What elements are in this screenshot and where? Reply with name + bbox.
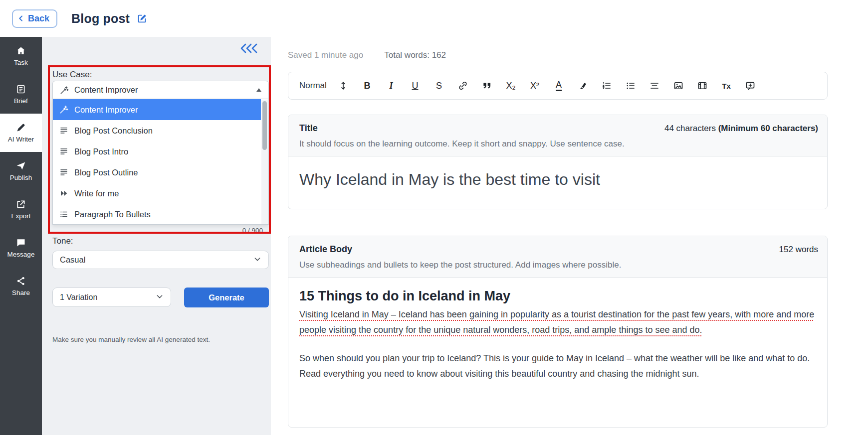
align-icon[interactable] xyxy=(643,76,666,96)
triple-chevron-left-icon xyxy=(239,43,259,54)
title-card-label: Title xyxy=(299,123,318,134)
magic-wand-icon xyxy=(60,86,69,95)
export-icon xyxy=(16,199,26,209)
article-word-count: 152 words xyxy=(779,245,818,255)
dropdown-scrollbar[interactable] xyxy=(261,100,268,224)
strikethrough-icon[interactable]: S xyxy=(427,76,451,96)
variations-select[interactable]: 1 Variation xyxy=(52,288,171,307)
editor-area: Saved 1 minute ago Total words: 162 Norm… xyxy=(271,37,868,435)
insert-video-icon[interactable] xyxy=(690,76,714,96)
sidebar-item-share[interactable]: Share xyxy=(0,267,42,305)
highlight-icon[interactable] xyxy=(571,76,595,96)
use-case-option[interactable]: Write for me xyxy=(53,183,261,204)
app-sidebar: Task Brief AI Writer Publish Export Mess… xyxy=(0,37,42,435)
brief-icon xyxy=(16,84,26,94)
sidebar-item-label: Publish xyxy=(10,174,32,181)
option-label: Paragraph To Bullets xyxy=(74,210,151,219)
sidebar-item-label: Export xyxy=(11,212,30,220)
sidebar-item-publish[interactable]: Publish xyxy=(0,152,42,190)
chevron-down-icon xyxy=(253,255,261,265)
tone-selected-value: Casual xyxy=(60,255,248,265)
line-height-icon[interactable] xyxy=(331,76,355,96)
add-comment-icon[interactable] xyxy=(738,76,762,96)
text-color-button[interactable]: A xyxy=(547,80,571,91)
publish-icon xyxy=(16,161,26,171)
option-label: Content Improver xyxy=(74,105,138,115)
paragraph-icon xyxy=(59,147,68,156)
subscript-icon[interactable]: X₂ xyxy=(499,76,523,96)
underline-icon[interactable]: U xyxy=(403,76,427,96)
article-body-card-header: Article Body 152 words Use subheadings a… xyxy=(288,236,827,278)
sidebar-item-label: AI Writer xyxy=(8,136,34,143)
sidebar-item-brief[interactable]: Brief xyxy=(0,75,42,114)
total-words: Total words: 162 xyxy=(384,50,446,60)
sidebar-item-label: Share xyxy=(12,289,30,296)
blockquote-icon[interactable] xyxy=(475,76,499,96)
char-counter: 0 / 900 xyxy=(242,227,263,234)
article-body-label: Article Body xyxy=(299,244,352,255)
bullet-list-icon xyxy=(59,210,68,219)
title-char-info: 44 characters (Minimum 60 characters) xyxy=(664,124,818,134)
chevron-up-icon xyxy=(256,88,261,92)
link-icon[interactable] xyxy=(451,76,475,96)
sidebar-item-label: Brief xyxy=(14,97,28,105)
ai-disclaimer-text: Make sure you manually review all AI gen… xyxy=(52,336,210,343)
back-button[interactable]: Back xyxy=(12,9,57,28)
top-header: Back Blog post xyxy=(0,0,868,37)
superscript-icon[interactable]: X² xyxy=(523,76,547,96)
article-paragraph-1: Visiting Iceland in May – Iceland has be… xyxy=(299,307,816,338)
page-title: Blog post xyxy=(71,11,130,26)
format-style-select[interactable]: Normal xyxy=(299,76,331,96)
option-label: Write for me xyxy=(74,189,119,198)
paragraph-icon xyxy=(59,168,68,177)
edit-title-icon[interactable] xyxy=(137,13,148,24)
article-body-card: Article Body 152 words Use subheadings a… xyxy=(288,236,828,428)
sidebar-item-export[interactable]: Export xyxy=(0,190,42,229)
article-heading: 15 Things to do in Iceland in May xyxy=(299,289,816,304)
ordered-list-icon[interactable] xyxy=(595,76,619,96)
task-icon xyxy=(16,46,26,56)
scrollbar-thumb[interactable] xyxy=(262,101,267,150)
chevron-left-icon xyxy=(17,14,25,22)
italic-icon[interactable]: I xyxy=(379,76,403,96)
sidebar-item-label: Message xyxy=(7,251,35,258)
title-card-header: Title 44 characters (Minimum 60 characte… xyxy=(288,115,827,156)
formatting-toolbar: Normal B I U S X₂ X² A Tx xyxy=(288,72,828,100)
unordered-list-icon[interactable] xyxy=(619,76,643,96)
magic-wand-icon xyxy=(59,105,68,114)
use-case-option[interactable]: Blog Post Outline xyxy=(53,162,261,183)
article-paragraph-2: So when should you plan your trip to Ice… xyxy=(299,351,816,382)
title-char-count: 44 characters xyxy=(664,124,718,133)
fast-forward-icon xyxy=(59,189,68,198)
saved-status: Saved 1 minute ago xyxy=(288,50,363,60)
tone-select[interactable]: Casual xyxy=(52,251,269,269)
sidebar-item-ai-writer[interactable]: AI Writer xyxy=(0,114,42,152)
use-case-option[interactable]: Content Improver xyxy=(53,99,261,120)
message-icon xyxy=(16,238,26,248)
use-case-label: Use Case: xyxy=(52,70,92,80)
ai-writer-icon xyxy=(16,123,26,133)
paragraph-icon xyxy=(59,126,68,135)
insert-image-icon[interactable] xyxy=(666,76,690,96)
option-label: Blog Post Intro xyxy=(74,147,128,156)
use-case-dropdown-list: Content Improver Blog Post Conclusion Bl… xyxy=(52,99,269,225)
clear-formatting-icon[interactable]: Tx xyxy=(714,76,738,96)
use-case-option[interactable]: Blog Post Conclusion xyxy=(53,120,261,141)
title-card: Title 44 characters (Minimum 60 characte… xyxy=(288,115,828,209)
back-label: Back xyxy=(28,13,49,24)
article-body-description: Use subheadings and bullets to keep the … xyxy=(299,260,818,270)
title-char-requirement: (Minimum 60 characters) xyxy=(718,124,818,133)
title-input[interactable]: Why Iceland in May is the best time to v… xyxy=(288,156,827,209)
generate-button[interactable]: Generate xyxy=(184,288,269,307)
sidebar-item-message[interactable]: Message xyxy=(0,229,42,267)
use-case-select[interactable]: Content Improver xyxy=(52,81,269,99)
use-case-option[interactable]: Paragraph To Bullets xyxy=(53,204,261,225)
sidebar-item-task[interactable]: Task xyxy=(0,37,42,75)
ai-writer-panel: Use Case: Content Improver Content Impro… xyxy=(42,37,271,435)
bold-icon[interactable]: B xyxy=(355,76,379,96)
collapse-panel-button[interactable] xyxy=(239,43,259,56)
chevron-down-icon xyxy=(156,292,164,302)
article-body-editor[interactable]: 15 Things to do in Iceland in May Visiti… xyxy=(288,278,827,427)
use-case-option[interactable]: Blog Post Intro xyxy=(53,141,261,162)
variations-selected-value: 1 Variation xyxy=(60,293,150,302)
